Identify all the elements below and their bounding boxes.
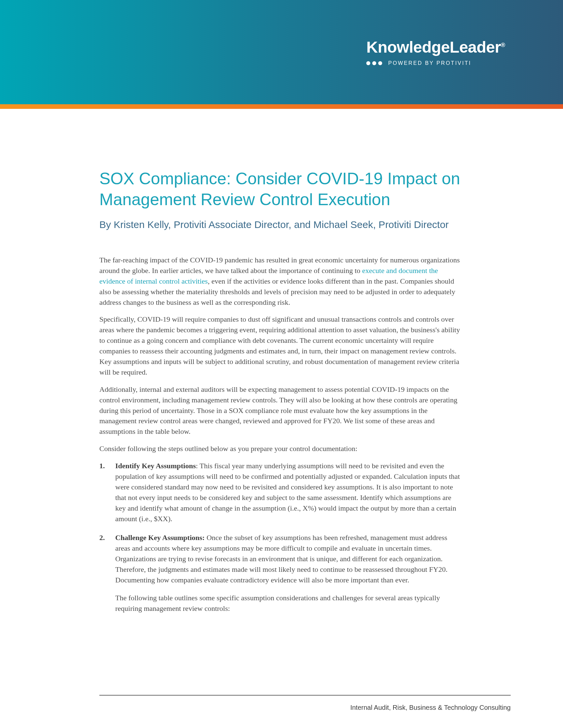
steps-list: Identify Key Assumptions: This fiscal ye…	[99, 461, 464, 614]
article-byline: By Kristen Kelly, Protiviti Associate Di…	[99, 218, 464, 232]
paragraph-1: The far-reaching impact of the COVID-19 …	[99, 255, 464, 307]
list-item-2: Challenge Key Assumptions: Once the subs…	[99, 532, 464, 614]
list-item-1-heading: Identify Key Assumptions	[115, 462, 196, 470]
logo-main-text: KnowledgeLeader	[366, 38, 501, 56]
paragraph-3: Additionally, internal and external audi…	[99, 384, 464, 437]
paragraph-4: Consider following the steps outlined be…	[99, 443, 464, 454]
list-item-1: Identify Key Assumptions: This fiscal ye…	[99, 461, 464, 524]
powered-by-text: POWERED BY PROTIVITI	[388, 60, 471, 66]
header-banner: KnowledgeLeader® POWERED BY PROTIVITI	[0, 0, 563, 104]
article-title: SOX Compliance: Consider COVID-19 Impact…	[99, 168, 464, 210]
footer-tagline: Internal Audit, Risk, Business & Technol…	[351, 704, 511, 711]
brand-dots-icon	[366, 61, 382, 65]
list-item-1-text: : This fiscal year many underlying assum…	[115, 462, 460, 523]
powered-by-line: POWERED BY PROTIVITI	[366, 60, 505, 66]
article-content: SOX Compliance: Consider COVID-19 Impact…	[0, 109, 563, 614]
logo-registered-mark: ®	[501, 42, 505, 48]
list-item-2-subparagraph: The following table outlines some specif…	[115, 593, 464, 614]
orange-divider-bar	[0, 104, 563, 109]
paragraph-2: Specifically, COVID-19 will require comp…	[99, 314, 464, 377]
logo-block: KnowledgeLeader® POWERED BY PROTIVITI	[366, 38, 505, 66]
list-item-2-heading: Challenge Key Assumptions:	[115, 533, 205, 542]
footer-rule	[99, 695, 511, 696]
brand-logo: KnowledgeLeader®	[366, 38, 505, 56]
